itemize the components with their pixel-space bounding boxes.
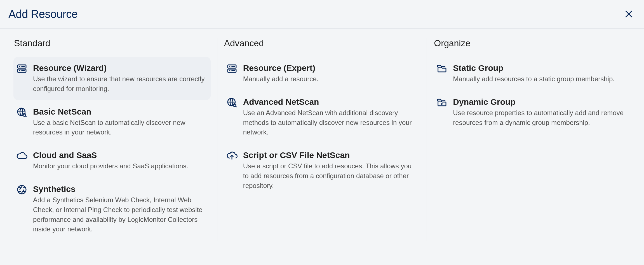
option-title: Dynamic Group [453,97,626,107]
column-heading-standard: Standard [13,38,211,48]
option-text: Synthetics Add a Synthetics Selenium Web… [33,184,206,234]
option-desc: Manually add a resource. [243,74,416,84]
option-desc: Monitor your cloud providers and SaaS ap… [33,161,206,171]
svg-line-26 [236,106,237,107]
cloud-upload-icon [226,150,243,161]
column-advanced: Advanced Resource (Expert) Manually add … [217,38,427,241]
option-script-csv-netscan[interactable]: Script or CSV File NetScan Use a script … [224,144,421,197]
option-desc: Use a basic NetScan to automatically dis… [33,118,206,138]
option-text: Script or CSV File NetScan Use a script … [243,150,416,190]
option-title: Static Group [453,63,626,73]
option-advanced-netscan[interactable]: Advanced NetScan Use an Advanced NetScan… [224,91,421,143]
column-organize: Organize Static Group Manually add resou… [427,38,637,241]
option-cloud-saas[interactable]: Cloud and SaaS Monitor your cloud provid… [13,144,211,177]
option-desc: Use resource properties to automatically… [453,108,626,128]
server-icon [226,63,243,74]
option-title: Advanced NetScan [243,97,416,107]
option-desc: Manually add resources to a static group… [453,74,626,84]
svg-point-9 [23,113,26,116]
globe-search-icon [226,97,243,108]
globe-search-icon [16,107,33,118]
svg-line-10 [25,116,27,117]
close-icon [624,9,634,19]
option-text: Basic NetScan Use a basic NetScan to aut… [33,107,206,138]
column-standard: Standard Resource (Wizard) Use the wizar… [7,38,217,241]
cloud-icon [16,150,33,161]
option-text: Resource (Expert) Manually add a resourc… [243,63,416,84]
folder-play-icon [436,97,453,108]
option-resource-expert[interactable]: Resource (Expert) Manually add a resourc… [224,57,421,90]
server-icon [16,63,33,74]
folder-stack-icon [436,63,453,74]
option-title: Cloud and SaaS [33,150,206,160]
option-synthetics[interactable]: Synthetics Add a Synthetics Selenium Web… [13,178,211,240]
option-basic-netscan[interactable]: Basic NetScan Use a basic NetScan to aut… [13,101,211,144]
option-title: Synthetics [33,184,206,194]
option-title: Basic NetScan [33,107,206,117]
option-dynamic-group[interactable]: Dynamic Group Use resource properties to… [433,91,631,134]
column-heading-organize: Organize [433,38,631,48]
aperture-icon [16,184,33,195]
option-static-group[interactable]: Static Group Manually add resources to a… [433,57,631,90]
option-resource-wizard[interactable]: Resource (Wizard) Use the wizard to ensu… [13,57,211,100]
option-text: Dynamic Group Use resource properties to… [453,97,626,128]
option-title: Script or CSV File NetScan [243,150,416,160]
option-text: Static Group Manually add resources to a… [453,63,626,84]
add-resource-dialog: Add Resource Standard [0,0,644,265]
svg-marker-28 [441,103,443,105]
option-text: Cloud and SaaS Monitor your cloud provid… [33,150,206,171]
dialog-title: Add Resource [8,8,77,20]
option-desc: Use a script or CSV file to add resouces… [243,161,416,190]
option-text: Resource (Wizard) Use the wizard to ensu… [33,63,206,94]
column-heading-advanced: Advanced [224,38,421,48]
option-title: Resource (Wizard) [33,63,206,73]
dialog-body: Standard Resource (Wizard) Use the wizar… [0,29,644,241]
dialog-header: Add Resource [0,0,644,29]
option-desc: Use an Advanced NetScan with additional … [243,108,416,137]
option-desc: Use the wizard to ensure that new resour… [33,74,206,94]
close-button[interactable] [622,7,636,21]
option-title: Resource (Expert) [243,63,416,73]
option-desc: Add a Synthetics Selenium Web Check, Int… [33,195,206,234]
option-text: Advanced NetScan Use an Advanced NetScan… [243,97,416,137]
